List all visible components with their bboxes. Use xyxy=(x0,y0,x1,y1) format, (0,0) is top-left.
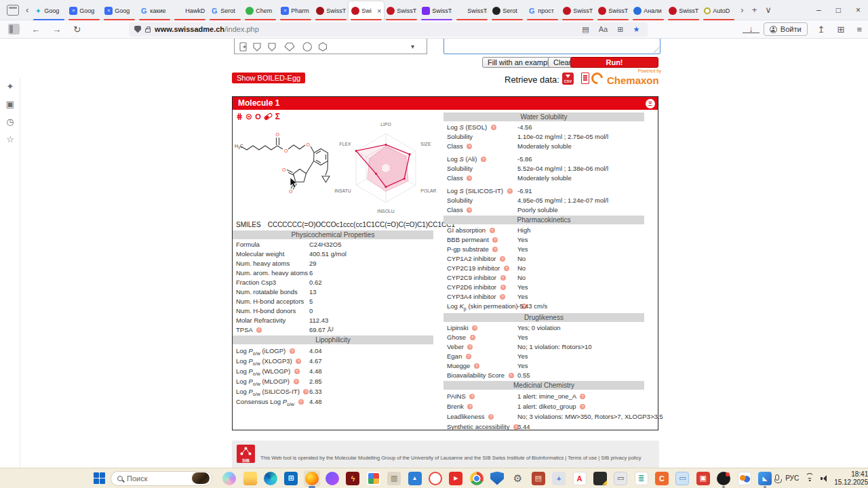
gallery-app-icon[interactable]: ◣ xyxy=(757,470,773,487)
tabs-icon[interactable]: ▣ xyxy=(0,95,20,113)
forward-button[interactable]: → xyxy=(46,24,67,35)
help-icon[interactable]: ? xyxy=(466,354,471,359)
signin-button[interactable]: Войти xyxy=(764,22,808,36)
run-button[interactable]: Run! xyxy=(570,57,658,68)
browser-tab[interactable]: Serot xyxy=(490,1,525,20)
monitor-app-icon[interactable]: ▭ xyxy=(612,470,629,487)
terms-link[interactable]: Terms of use xyxy=(568,455,597,461)
help-icon[interactable]: ? xyxy=(290,348,295,354)
privacy-link[interactable]: SIB privacy policy xyxy=(601,455,641,461)
ring-icon[interactable]: O xyxy=(255,112,261,121)
browser-tab[interactable]: AutoD xyxy=(701,1,736,20)
media-app-icon[interactable] xyxy=(715,470,732,487)
window-maximize-button[interactable]: □ xyxy=(829,0,848,20)
card-app-icon[interactable]: ▭ xyxy=(674,470,690,487)
help-icon[interactable]: ? xyxy=(296,359,301,364)
help-icon[interactable]: ? xyxy=(467,207,472,213)
help-icon[interactable]: ? xyxy=(509,373,514,378)
browser-tab[interactable]: SwissT xyxy=(560,1,595,20)
defender-icon[interactable] xyxy=(489,470,505,487)
help-icon[interactable]: ? xyxy=(470,335,475,340)
taskbar-search[interactable]: Поиск xyxy=(111,471,212,486)
help-icon[interactable]: ? xyxy=(507,188,513,194)
help-icon[interactable]: ? xyxy=(580,394,585,399)
power-app-icon[interactable]: ϟ xyxy=(344,470,361,487)
tweak-tool-icon[interactable]: + xyxy=(551,470,567,487)
help-icon[interactable]: ? xyxy=(294,379,299,384)
browser-tab[interactable]: SwissT xyxy=(313,1,349,20)
pill-icon[interactable] xyxy=(263,113,273,121)
sum-icon[interactable]: Σ xyxy=(275,112,280,121)
menu-icon[interactable]: ≡ xyxy=(850,24,868,35)
target-prediction-icon[interactable]: ⋕ xyxy=(236,112,243,121)
help-icon[interactable]: ? xyxy=(467,404,473,409)
browser-tab[interactable]: Анали xyxy=(631,1,666,20)
help-icon[interactable]: ? xyxy=(474,363,479,369)
browser-tab[interactable]: SwissTarg xyxy=(419,1,454,20)
help-icon[interactable]: ? xyxy=(481,157,486,162)
browser-tab[interactable]: G прост xyxy=(525,1,560,20)
share-icon[interactable]: ↥ xyxy=(812,24,831,35)
notes-app-icon[interactable]: ≣ xyxy=(633,470,650,487)
file-explorer-icon[interactable] xyxy=(242,470,258,487)
youtube-icon[interactable]: ▶ xyxy=(448,470,464,487)
help-icon[interactable]: ? xyxy=(467,144,472,149)
blue-app-icon[interactable]: ▲ xyxy=(407,470,423,487)
downloads-button[interactable]: ↓ xyxy=(743,25,760,33)
help-icon[interactable]: ? xyxy=(303,389,309,394)
microphone-icon[interactable] xyxy=(775,474,779,481)
browser-tab[interactable]: SwissT xyxy=(666,1,701,20)
help-icon[interactable]: ? xyxy=(256,327,262,333)
sidebar-toggle-icon[interactable] xyxy=(8,24,20,35)
language-indicator[interactable]: РУС xyxy=(785,474,799,482)
ms-store-icon[interactable]: ⊞ xyxy=(283,470,299,487)
chemaxon-logo[interactable]: Powered by Chemaxon xyxy=(591,70,661,87)
people-app-icon[interactable] xyxy=(736,470,753,487)
panel-top-icon[interactable]: Ξ xyxy=(646,99,655,108)
smiles-textarea[interactable] xyxy=(443,39,660,54)
list-tabs-icon[interactable]: ∨ xyxy=(761,5,776,15)
code-editor-icon[interactable] xyxy=(592,470,608,487)
firefox-view-icon[interactable] xyxy=(7,5,19,16)
acrobat-icon[interactable]: A xyxy=(572,470,588,487)
volume-icon[interactable] xyxy=(821,475,828,482)
firefox-icon[interactable] xyxy=(304,470,320,487)
taskbar-clock[interactable]: 18:41 15.12.2025 xyxy=(834,470,868,487)
help-icon[interactable]: ? xyxy=(467,344,473,350)
help-icon[interactable]: ? xyxy=(504,266,509,271)
start-button[interactable] xyxy=(94,472,105,484)
browser-tab[interactable]: ≡ Goog xyxy=(102,1,137,20)
translate-icon[interactable]: Aa xyxy=(596,25,610,33)
disk-app-icon[interactable]: ▤ xyxy=(530,470,547,487)
reload-button[interactable]: ↻ xyxy=(67,24,87,35)
show-boiled-egg-button[interactable]: Show BOILED-Egg xyxy=(232,73,305,83)
help-icon[interactable]: ? xyxy=(500,256,505,262)
browser-tab[interactable]: Swi × xyxy=(349,1,384,20)
copilot-icon[interactable] xyxy=(221,470,237,487)
help-icon[interactable]: ? xyxy=(492,237,498,243)
help-icon[interactable]: ? xyxy=(500,294,505,300)
bookmarks-icon[interactable]: ☆ xyxy=(0,130,20,148)
tracking-protection-icon[interactable] xyxy=(134,26,141,33)
download-csv-icon[interactable]: CSV xyxy=(562,73,574,85)
bookmark-star-icon[interactable]: ★ xyxy=(630,25,642,34)
browser-tab[interactable]: SwissT xyxy=(384,1,419,20)
browser-tab[interactable]: SwissT xyxy=(595,1,631,20)
help-icon[interactable]: ? xyxy=(298,399,304,405)
new-tab-button[interactable]: + xyxy=(748,5,762,15)
edge-icon[interactable] xyxy=(262,470,279,487)
help-icon[interactable]: ? xyxy=(490,228,495,233)
browser-tab[interactable]: HawkDock xyxy=(172,1,208,20)
red-app-icon[interactable]: ▣ xyxy=(695,470,711,487)
photos-app-icon[interactable] xyxy=(366,470,382,487)
chrome-icon[interactable] xyxy=(469,470,485,487)
help-icon[interactable]: ? xyxy=(488,414,494,420)
structure-sketcher[interactable]: ▾ xyxy=(234,39,427,54)
scroll-tabs-left-icon[interactable]: ‹ xyxy=(23,1,31,20)
ai-sparkle-icon[interactable]: ✦ xyxy=(0,77,20,95)
scroll-tabs-right-icon[interactable]: › xyxy=(736,5,747,15)
browser-tab[interactable]: Chem xyxy=(243,1,278,20)
browser-tab[interactable]: ✦ Goog xyxy=(31,1,66,20)
history-icon[interactable]: ◷ xyxy=(0,113,20,130)
tab-close-icon[interactable]: × xyxy=(377,7,381,15)
